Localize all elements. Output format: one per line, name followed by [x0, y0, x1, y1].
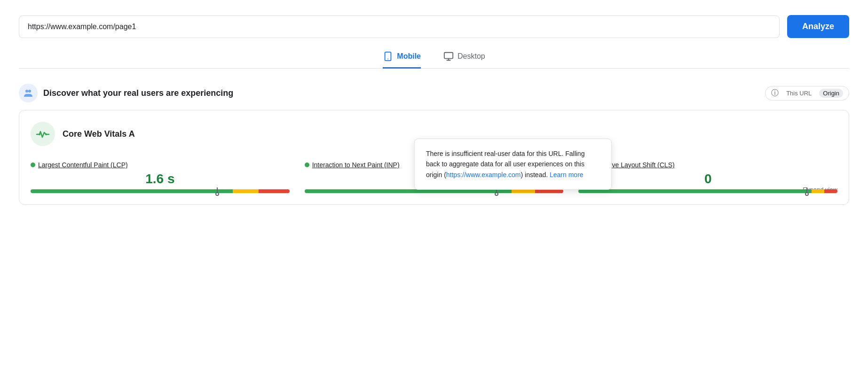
tab-mobile[interactable]: Mobile: [383, 51, 421, 69]
metric-lcp-bar: [31, 189, 290, 193]
tooltip-link[interactable]: https://www.example.com: [446, 171, 521, 179]
info-icon: ⓘ: [771, 88, 779, 98]
tabs-row: Mobile Desktop: [19, 51, 849, 69]
metric-inp-dot: [305, 163, 309, 167]
metric-lcp-dot: [31, 163, 35, 167]
svg-rect-0: [385, 52, 391, 61]
tooltip-popup: There is insufficient real-user data for…: [414, 139, 612, 190]
svg-rect-2: [444, 53, 453, 59]
svg-point-6: [28, 90, 31, 93]
metric-cls-value: 0: [578, 171, 837, 186]
origin-toggle[interactable]: Origin: [819, 89, 843, 98]
metric-lcp-value: 1.6 s: [31, 171, 290, 186]
metric-lcp: Largest Contentful Paint (LCP) 1.6 s: [31, 161, 290, 193]
url-input[interactable]: [19, 16, 780, 38]
section-header: Discover what your real users are experi…: [19, 84, 849, 102]
metric-inp-bar: [305, 189, 564, 193]
svg-point-8: [45, 133, 47, 135]
vitals-title: Core Web Vitals A: [63, 129, 135, 139]
section-title: Discover what your real users are experi…: [43, 88, 233, 98]
metric-cls-bar: [578, 189, 837, 193]
svg-point-5: [25, 90, 28, 93]
metric-inp-link[interactable]: Interaction to Next Paint (INP): [312, 161, 400, 169]
section-avatar: [19, 84, 38, 102]
svg-point-7: [39, 133, 40, 135]
mobile-icon: [383, 51, 393, 62]
section-title-group: Discover what your real users are experi…: [19, 84, 233, 102]
this-url-toggle[interactable]: This URL: [782, 89, 815, 98]
metric-cls-label: Cumulative Layout Shift (CLS): [578, 161, 837, 169]
metric-lcp-link[interactable]: Largest Contentful Paint (LCP): [38, 161, 128, 169]
url-origin-toggle: ⓘ This URL Origin: [765, 86, 849, 101]
desktop-icon: [443, 51, 454, 62]
tooltip-text2: ) instead.: [521, 171, 550, 179]
users-icon: [23, 87, 34, 99]
url-bar-row: Analyze: [19, 15, 849, 38]
tab-desktop[interactable]: Desktop: [443, 51, 485, 69]
metric-lcp-label: Largest Contentful Paint (LCP): [31, 161, 290, 169]
metric-cls: Cumulative Layout Shift (CLS) 0: [578, 161, 837, 193]
analyze-button[interactable]: Analyze: [787, 15, 849, 38]
vitals-icon: [31, 122, 55, 146]
heartbeat-icon: [36, 127, 50, 141]
tooltip-learn-more[interactable]: Learn more: [550, 171, 584, 179]
main-card: Core Web Vitals A There is insufficient …: [19, 110, 849, 205]
